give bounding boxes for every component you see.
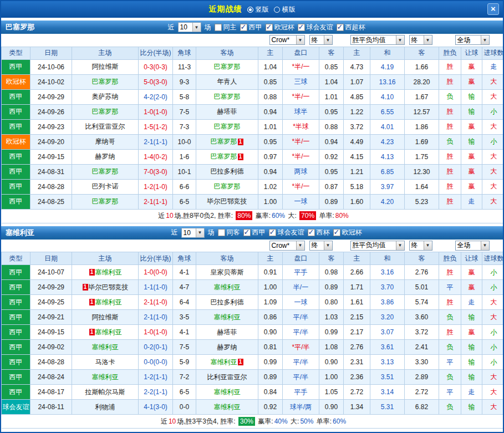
same-venue-checkbox[interactable]: 同主 bbox=[215, 23, 237, 32]
score-cell[interactable]: 1-1(1-0) bbox=[139, 280, 173, 295]
away-team-name[interactable]: 塞维利亚 bbox=[214, 403, 241, 411]
scope-select[interactable]: 全场▼ bbox=[455, 241, 490, 251]
away-team-name[interactable]: 毕尔巴鄂竞技 bbox=[207, 197, 247, 205]
score-cell[interactable]: 2-1(1-0) bbox=[139, 295, 173, 310]
home-team-cell: 阿拉维斯 bbox=[72, 59, 139, 74]
avg-home-odds: 1.60 bbox=[344, 194, 370, 209]
home-team-name[interactable]: 奥萨苏纳 bbox=[92, 93, 119, 100]
away-team-name[interactable]: 巴塞罗那 bbox=[214, 63, 241, 70]
away-team-name[interactable]: 赫罗纳 bbox=[217, 343, 237, 351]
avg-type-select[interactable]: 胜平负均值▼ bbox=[350, 241, 405, 251]
home-team-name[interactable]: 利物浦 bbox=[95, 403, 115, 411]
home-team-name[interactable]: 巴塞罗那 bbox=[92, 108, 119, 115]
away-team-name[interactable]: 比利亚雷亚尔 bbox=[207, 373, 247, 381]
result-cell: 胜 bbox=[439, 59, 461, 74]
home-team-name[interactable]: 阿拉维斯 bbox=[92, 63, 119, 70]
away-team-name[interactable]: 塞维利亚 bbox=[214, 388, 241, 396]
same-venue-checkbox[interactable]: 同客 bbox=[218, 228, 240, 237]
home-team-name[interactable]: 塞维利亚 bbox=[92, 373, 119, 381]
away-team-name[interactable]: 巴塞罗那 bbox=[214, 182, 241, 190]
away-team-name[interactable]: 巴塞罗那 bbox=[214, 93, 241, 100]
odds-stage-select[interactable]: 终▼ bbox=[309, 35, 333, 45]
score-cell[interactable]: 1-0(1-0) bbox=[139, 325, 173, 340]
match-count-select[interactable]: 10▼ bbox=[178, 22, 201, 32]
away-team-name[interactable]: 巴塞罗那 bbox=[211, 152, 237, 160]
league-filter-checkbox[interactable]: 西杯 bbox=[308, 228, 330, 237]
league-filter-checkbox[interactable]: 西甲 bbox=[243, 228, 266, 237]
layout-vertical-radio[interactable]: 竖版 bbox=[247, 5, 269, 14]
result-cell: 胜 bbox=[439, 295, 461, 310]
league-filter-label: 欧冠杯 bbox=[274, 23, 294, 32]
score-cell[interactable]: 0-2(0-1) bbox=[139, 340, 173, 355]
home-team-name[interactable]: 毕尔巴鄂竞技 bbox=[89, 283, 129, 291]
bookmaker-select[interactable]: Crow*▼ bbox=[269, 35, 305, 45]
league-filter-checkbox[interactable]: 西甲 bbox=[240, 23, 262, 32]
home-team-name[interactable]: 塞维利亚 bbox=[95, 328, 122, 336]
away-team-name[interactable]: 皇家贝蒂斯 bbox=[211, 268, 244, 276]
away-team-name[interactable]: 塞维利亚 bbox=[214, 283, 241, 291]
score-cell[interactable]: 1-5(1-2) bbox=[139, 119, 173, 134]
games-label: 场 bbox=[208, 228, 215, 237]
home-team-name[interactable]: 巴列卡诺 bbox=[92, 182, 119, 190]
bookmaker-select[interactable]: Crow*▼ bbox=[269, 241, 305, 251]
away-team-name[interactable]: 年青人 bbox=[217, 78, 237, 85]
away-team-name[interactable]: 塞维利亚 bbox=[214, 313, 241, 321]
home-team-name[interactable]: 巴塞罗那 bbox=[92, 167, 119, 175]
score-cell[interactable]: 1-2(1-1) bbox=[139, 370, 173, 385]
summary-text: 近10场,胜3平3负4, 胜率: 30% 赢率:40% 大:50% 单率:60% bbox=[2, 415, 504, 429]
away-team-name[interactable]: 巴塞罗那 bbox=[214, 123, 241, 130]
avg-home-odds: 4.49 bbox=[344, 134, 370, 149]
score-cell[interactable]: 1-4(0-2) bbox=[139, 149, 173, 164]
away-team-name[interactable]: 赫塔菲 bbox=[217, 108, 237, 115]
away-team-name[interactable]: 巴拉多利德 bbox=[211, 298, 244, 306]
avg-type-select[interactable]: 胜平负均值▼ bbox=[350, 35, 405, 45]
score-cell[interactable]: 4-1(3-0) bbox=[139, 400, 173, 415]
away-team-name[interactable]: 塞维利亚 bbox=[211, 358, 237, 366]
score-cell[interactable]: 0-0(0-0) bbox=[139, 355, 173, 370]
home-team-name[interactable]: 巴塞罗那 bbox=[92, 197, 119, 205]
match-count-select[interactable]: 10▼ bbox=[181, 228, 205, 238]
avg-draw-odds: 6.85 bbox=[370, 164, 405, 179]
col-result: 胜负 bbox=[439, 252, 461, 265]
score-cell[interactable]: 1-0(0-0) bbox=[139, 265, 173, 280]
away-team-name[interactable]: 赫塔菲 bbox=[217, 328, 237, 336]
league-filter-checkbox[interactable]: 欧冠杯 bbox=[266, 23, 294, 32]
away-team-name[interactable]: 巴拉多利德 bbox=[211, 167, 244, 175]
score-cell[interactable]: 1-2(1-0) bbox=[139, 179, 173, 194]
score-cell[interactable]: 7-0(3-0) bbox=[139, 164, 173, 179]
filter-controls: 近 10▼ 场 同主 西甲 欧冠杯 球会友谊 西超杯 bbox=[34, 22, 498, 32]
league-filter-checkbox[interactable]: 西超杯 bbox=[337, 23, 365, 32]
home-team-name[interactable]: 比利亚雷亚尔 bbox=[85, 123, 125, 130]
score-cell[interactable]: 0-3(0-3) bbox=[139, 59, 173, 74]
home-team-name[interactable]: 摩纳哥 bbox=[95, 137, 115, 145]
league-filter-checkbox[interactable]: 欧冠杯 bbox=[333, 228, 362, 237]
score-cell[interactable]: 2-1(1-1) bbox=[139, 134, 173, 149]
score-cell[interactable]: 5-0(3-0) bbox=[139, 74, 173, 89]
score-cell[interactable]: 2-1(1-1) bbox=[139, 194, 173, 209]
away-team-name[interactable]: 巴塞罗那 bbox=[211, 137, 237, 145]
avg-home-odds: 2.36 bbox=[344, 370, 370, 385]
scope-select[interactable]: 全场▼ bbox=[455, 35, 490, 45]
score-cell[interactable]: 4-2(2-0) bbox=[139, 89, 173, 104]
layout-horizontal-radio[interactable]: 横版 bbox=[274, 5, 296, 14]
league-filter-checkbox[interactable]: 球会友谊 bbox=[269, 228, 304, 237]
corner-cell: 6-5 bbox=[173, 385, 196, 400]
home-team-name[interactable]: 塞维利亚 bbox=[95, 298, 122, 306]
home-team-name[interactable]: 塞维利亚 bbox=[92, 343, 119, 351]
home-team-name[interactable]: 马洛卡 bbox=[95, 358, 115, 366]
avg-stage-select[interactable]: 终▼ bbox=[409, 241, 432, 251]
home-team-name[interactable]: 巴塞罗那 bbox=[92, 78, 119, 85]
avg-stage-select[interactable]: 终▼ bbox=[409, 35, 432, 45]
close-button[interactable]: × bbox=[487, 3, 499, 15]
score-cell[interactable]: 2-2(1-1) bbox=[139, 385, 173, 400]
league-filter-checkbox[interactable]: 球会友谊 bbox=[298, 23, 333, 32]
score-cell[interactable]: 1-0(1-0) bbox=[139, 104, 173, 119]
score-cell[interactable]: 2-1(1-0) bbox=[139, 310, 173, 325]
home-team-name[interactable]: 赫罗纳 bbox=[95, 152, 115, 160]
odds-stage-select[interactable]: 终▼ bbox=[309, 241, 333, 251]
col-odds-home: 主 bbox=[258, 47, 283, 59]
home-team-name[interactable]: 塞维利亚 bbox=[95, 268, 122, 276]
home-team-name[interactable]: 拉斯帕尔马斯 bbox=[85, 388, 125, 396]
home-team-name[interactable]: 阿拉维斯 bbox=[92, 313, 119, 321]
corner-cell: 5-8 bbox=[173, 89, 196, 104]
